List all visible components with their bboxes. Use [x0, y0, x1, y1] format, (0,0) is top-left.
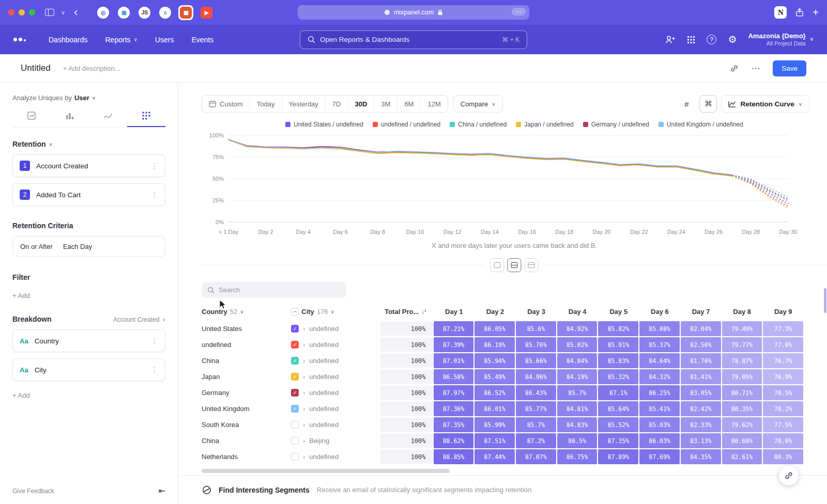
retention-cell[interactable]: 85.32%	[598, 369, 638, 384]
country-cell[interactable]: China	[202, 433, 291, 449]
retention-cell[interactable]: 77.3%	[763, 321, 803, 336]
row-checkbox[interactable]	[291, 437, 299, 445]
tab-insights[interactable]	[12, 111, 51, 127]
retention-cell[interactable]: 81.76%	[681, 353, 721, 368]
retention-cell[interactable]: 87.39%	[434, 337, 474, 352]
nav-events[interactable]: Events	[191, 36, 213, 44]
tab-flows[interactable]	[89, 111, 127, 127]
shortcuts-icon-button[interactable]: ⌘	[699, 95, 717, 113]
app-grid-icon[interactable]	[687, 36, 695, 44]
expand-chevron-icon[interactable]: ›	[303, 389, 305, 397]
retention-cell[interactable]: 85.94%	[474, 353, 515, 368]
browser-extension-icon[interactable]: ▶	[199, 5, 214, 20]
mixpanel-logo[interactable]	[13, 38, 26, 41]
retention-cell[interactable]: 87.89%	[598, 449, 638, 464]
retention-cell[interactable]: 84.32%	[639, 369, 680, 384]
country-cell[interactable]: undefined	[202, 337, 291, 353]
range-yesterday[interactable]: Yesterday	[282, 96, 325, 112]
copy-link-icon[interactable]	[730, 64, 739, 73]
view-table-button[interactable]	[525, 258, 539, 272]
retention-cell[interactable]: 84.35%	[681, 449, 721, 464]
legend-item[interactable]: United States / undefined	[285, 121, 363, 128]
retention-cell[interactable]: 88.85%	[434, 449, 474, 464]
nav-dashboards[interactable]: Dashboards	[49, 36, 88, 44]
retention-criteria-control[interactable]: On or After Each Day	[12, 236, 165, 257]
criteria-on-or-after[interactable]: On or After	[20, 243, 53, 250]
retention-cell[interactable]: 85.82%	[598, 321, 638, 336]
country-cell[interactable]: China	[202, 353, 291, 369]
retention-cell[interactable]: 85.76%	[516, 337, 556, 352]
retention-cell[interactable]: 85.7%	[516, 417, 556, 432]
step-card-2[interactable]: 2 Added To Cart ⋮	[12, 183, 165, 206]
retention-cell[interactable]: 87.07%	[516, 449, 556, 464]
retention-cell[interactable]: 84.81%	[557, 401, 598, 416]
retention-cell[interactable]: 86.75%	[557, 449, 598, 464]
retention-cell[interactable]: 84.83%	[557, 417, 598, 432]
retention-cell[interactable]: 85.08%	[639, 321, 680, 336]
more-menu-icon[interactable]: ⋯	[751, 63, 760, 74]
retention-cell[interactable]: 85.6%	[516, 321, 556, 336]
select-all-checkbox[interactable]: –	[291, 308, 299, 316]
retention-cell[interactable]: 85.41%	[639, 401, 680, 416]
retention-cell[interactable]: 81.41%	[681, 369, 721, 384]
retention-cell[interactable]: 87.1%	[598, 385, 638, 400]
country-cell[interactable]: United Kingdom	[202, 401, 291, 417]
retention-cell[interactable]: 85.77%	[516, 401, 556, 416]
retention-cell[interactable]: 86.25%	[639, 385, 680, 400]
retention-cell[interactable]: 87.51%	[474, 433, 515, 448]
row-checkbox[interactable]: ✓	[291, 357, 299, 365]
nav-reports[interactable]: Reports∨	[105, 36, 137, 44]
retention-cell[interactable]: 86.03%	[639, 433, 680, 448]
retention-cell[interactable]: 82.33%	[681, 417, 721, 432]
retention-chart[interactable]: 100%75%50%25%0%< 1 DayDay 2Day 4Day 6Day…	[202, 130, 809, 238]
retention-cell[interactable]: 86.19%	[474, 337, 515, 352]
browser-extension-icon[interactable]: ◎	[96, 5, 111, 20]
retention-cell[interactable]: 87.35%	[598, 433, 638, 448]
retention-cell[interactable]: 86.58%	[434, 369, 474, 384]
retention-cell[interactable]: 80.3%	[763, 449, 803, 464]
notion-extension-icon[interactable]: N	[774, 6, 787, 19]
day-column-header[interactable]: Day 5	[598, 308, 639, 316]
retention-cell[interactable]: 84.64%	[639, 353, 680, 368]
analyze-uniques-control[interactable]: Analyze Uniques by User ∨	[12, 94, 165, 102]
row-checkbox[interactable]: ✓	[291, 389, 299, 397]
legend-item[interactable]: United Kingdom / undefined	[658, 121, 743, 128]
retention-cell[interactable]: 76.7%	[763, 353, 803, 368]
row-checkbox[interactable]: ✓	[291, 405, 299, 413]
country-cell[interactable]: Netherlands	[202, 449, 291, 465]
expand-chevron-icon[interactable]: ›	[303, 373, 305, 381]
retention-cell[interactable]: 85.66%	[516, 353, 556, 368]
country-cell[interactable]: Germany	[202, 385, 291, 401]
retention-cell[interactable]: 85.37%	[639, 337, 680, 352]
kebab-menu-icon[interactable]: ⋮	[151, 366, 158, 374]
expand-chevron-icon[interactable]: ›	[303, 421, 305, 429]
close-window-button[interactable]	[8, 9, 14, 15]
retention-cell[interactable]: 87.2%	[516, 433, 556, 448]
day-column-header[interactable]: Day 1	[434, 308, 475, 316]
retention-cell[interactable]: 79.62%	[722, 417, 762, 432]
report-title[interactable]: Untitled	[21, 63, 51, 73]
country-cell[interactable]: United States	[202, 321, 291, 337]
retention-cell[interactable]: 80.71%	[722, 385, 762, 400]
share-link-fab[interactable]	[779, 466, 799, 485]
expand-chevron-icon[interactable]: ›	[303, 325, 305, 333]
day-column-header[interactable]: Day 3	[516, 308, 557, 316]
help-icon[interactable]: ?	[707, 35, 716, 44]
criteria-each-day[interactable]: Each Day	[63, 243, 92, 250]
breakdown-card-city[interactable]: Aa City ⋮	[12, 358, 165, 381]
retention-cell[interactable]: 83.05%	[681, 385, 721, 400]
chart-type-select[interactable]: Retention Curve ∨	[721, 95, 809, 113]
retention-cell[interactable]: 87.01%	[434, 353, 474, 368]
retention-cell[interactable]: 79.49%	[722, 321, 762, 336]
retention-cell[interactable]: 80.35%	[722, 401, 762, 416]
retention-cell[interactable]: 87.36%	[434, 401, 474, 416]
add-breakdown-button[interactable]: + Add	[12, 391, 165, 399]
browser-extension-icon[interactable]: c	[158, 5, 173, 20]
retention-cell[interactable]: 85.64%	[598, 401, 638, 416]
back-icon[interactable]: ‹	[74, 7, 78, 18]
retention-cell[interactable]: 87.44%	[474, 449, 515, 464]
city-column-header[interactable]: – City 176 ∨	[291, 308, 380, 316]
retention-cell[interactable]: 83.13%	[681, 433, 721, 448]
site-menu-icon[interactable]: ⋯	[512, 8, 526, 15]
share-icon[interactable]	[795, 8, 804, 18]
